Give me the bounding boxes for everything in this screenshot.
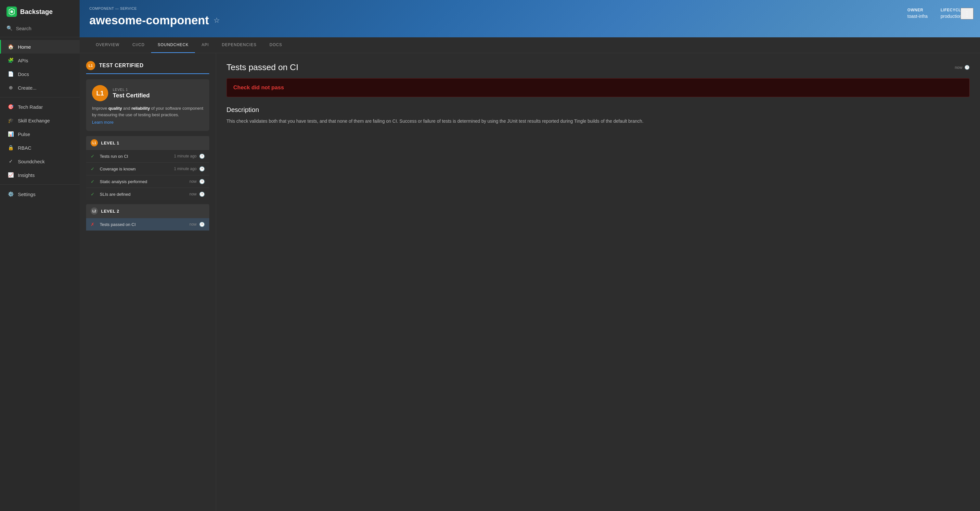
learn-more-link[interactable]: Learn more [92,120,113,125]
puzzle-icon: 🧩 [8,57,14,63]
favorite-star-icon[interactable]: ☆ [213,16,220,25]
tab-bar: OVERVIEW CI/CD SOUNDCHECK API DEPENDENCI… [80,37,980,53]
check-pass-icon: ✓ [91,192,97,197]
sidebar-item-rbac[interactable]: 🔒 RBAC [0,141,80,154]
docs-icon: 📄 [8,71,14,77]
level-card-info: LEVEL 1 Test Certified [113,88,150,99]
owner-meta: Owner toast-infra [908,8,928,19]
sidebar-item-tech-radar[interactable]: 🎯 Tech Radar [0,100,80,114]
sidebar-item-label: RBAC [18,145,32,151]
sidebar-item-create[interactable]: ⊕ Create... [0,81,80,94]
sidebar-logo-text: Backstage [20,8,52,16]
check-label: SLIs are defined [100,192,189,197]
tab-soundcheck[interactable]: SOUNDCHECK [151,37,195,53]
check-time: 1 minute ago [174,154,197,159]
sidebar-item-label: Home [18,44,31,50]
level-badge-large: L1 [92,85,108,101]
clock-icon: 🕐 [199,179,205,184]
sidebar-item-label: Tech Radar [18,104,43,110]
sidebar-item-label: Pulse [18,132,30,137]
sidebar-item-insights[interactable]: 📈 Insights [0,168,80,182]
description-text: This check validates both that you have … [226,117,970,125]
level-name: Test Certified [113,92,150,99]
clock-icon: 🕐 [199,192,205,197]
check-label: Coverage is known [100,167,174,171]
sidebar-item-settings[interactable]: ⚙️ Settings [0,187,80,201]
level2-section-header: L2 LEVEL 2 [86,204,209,218]
check-time: now [189,179,197,184]
sidebar-divider-3 [0,184,80,185]
more-options-button[interactable]: ⋮ [961,8,974,19]
header-meta: Owner toast-infra Lifecycle production [908,8,964,19]
detail-title: Tests passed on CI [226,62,298,72]
home-icon: 🏠 [8,43,14,50]
sidebar-item-label: APIs [18,58,28,63]
sidebar-item-label: Docs [18,71,29,77]
clock-icon: 🕐 [199,166,205,171]
level1-section-header: L1 LEVEL 1 [86,136,209,150]
check-pass-icon: ✓ [91,179,97,184]
check-pass-icon: ✓ [91,166,97,171]
check-item-slis[interactable]: ✓ SLIs are defined now 🕐 [86,188,209,200]
tab-overview[interactable]: OVERVIEW [89,37,126,53]
check-fail-icon: ✗ [91,222,97,227]
check-label: Tests run on CI [100,154,174,159]
breadcrumb: COMPONENT — SERVICE [89,6,970,10]
clock-icon: 🕐 [199,154,205,159]
sidebar-divider [0,37,80,37]
tab-dependencies[interactable]: DEPENDENCIES [215,37,263,53]
sidebar-item-pulse[interactable]: 📊 Pulse [0,127,80,141]
main-content: COMPONENT — SERVICE awesome-component ☆ … [80,0,980,511]
page-title: awesome-component [89,14,209,27]
owner-value: toast-infra [908,14,928,19]
fail-box: Check did not pass [226,78,970,97]
sidebar-item-soundcheck[interactable]: ✓ Soundcheck [0,154,80,168]
fail-message: Check did not pass [233,84,284,90]
soundcheck-icon: ✓ [8,158,14,165]
page-header: COMPONENT — SERVICE awesome-component ☆ … [80,0,980,37]
check-item-tests-run[interactable]: ✓ Tests run on CI 1 minute ago 🕐 [86,150,209,162]
sidebar-item-skill-exchange[interactable]: 🎓 Skill Exchange [0,114,80,127]
sidebar-item-label: Skill Exchange [18,118,50,123]
check-item-tests-passed[interactable]: ✗ Tests passed on CI now 🕐 [86,218,209,230]
check-item-static-analysis[interactable]: ✓ Static analysis performed now 🕐 [86,175,209,188]
tab-cicd[interactable]: CI/CD [126,37,151,53]
clock-icon: 🕐 [199,222,205,227]
detail-clock-icon: 🕐 [964,65,970,70]
level1-title: LEVEL 1 [101,141,119,146]
check-label: Static analysis performed [100,179,189,184]
level-info-card: L1 LEVEL 1 Test Certified Improve qualit… [86,79,209,131]
lock-icon: 🔒 [8,144,14,151]
sidebar-logo[interactable]: Backstage [0,0,80,22]
search-item[interactable]: 🔍 Search [0,22,80,35]
plus-circle-icon: ⊕ [8,84,14,91]
bar-chart-icon: 📊 [8,131,14,137]
sidebar-item-label: Soundcheck [18,159,45,164]
search-icon: 🔍 [6,25,13,31]
check-time: now [189,222,197,227]
check-label: Tests passed on CI [100,222,189,227]
check-time: 1 minute ago [174,167,197,171]
insights-icon: 📈 [8,172,14,178]
check-time: now [189,192,197,197]
certified-badge: L1 [86,61,95,70]
sidebar-item-docs[interactable]: 📄 Docs [0,67,80,81]
detail-time: now 🕐 [955,65,970,70]
check-item-coverage[interactable]: ✓ Coverage is known 1 minute ago 🕐 [86,162,209,175]
sidebar-item-home[interactable]: 🏠 Home [0,40,80,54]
level2-badge: L2 [91,208,98,214]
certified-badge-text: L1 [89,63,93,68]
sidebar-item-label: Settings [18,192,35,197]
level1-badge: L1 [91,139,98,146]
tab-docs[interactable]: DOCS [263,37,289,53]
gear-icon: ⚙️ [8,191,14,197]
detail-time-text: now [955,65,963,70]
check-pass-icon: ✓ [91,154,97,159]
sidebar-item-label: Create... [18,85,37,90]
backstage-logo-icon [6,6,17,17]
soundcheck-content: L1 TEST CERTIFIED L1 LEVEL 1 Test Certif… [80,53,980,511]
sidebar-item-apis[interactable]: 🧩 APIs [0,54,80,67]
detail-header: Tests passed on CI now 🕐 [226,62,970,72]
owner-label: Owner [908,8,928,12]
tab-api[interactable]: API [195,37,215,53]
